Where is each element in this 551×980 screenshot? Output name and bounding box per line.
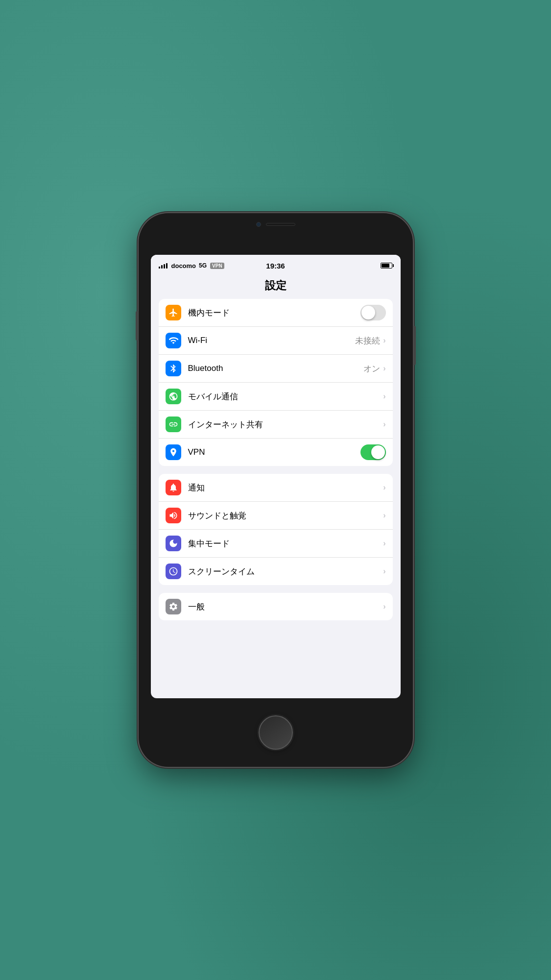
focus-chevron: › — [383, 539, 385, 548]
general-icon — [166, 599, 181, 614]
mobile-data-chevron: › — [383, 392, 385, 401]
sounds-label: サウンドと触覚 — [188, 510, 383, 521]
wifi-value: 未接続 — [355, 335, 380, 346]
status-right — [314, 263, 392, 269]
general-chevron: › — [383, 602, 385, 611]
front-camera — [256, 222, 261, 227]
wifi-icon — [166, 333, 181, 348]
list-item[interactable]: モバイル通信 › — [159, 383, 393, 411]
mobile-data-label: モバイル通信 — [188, 391, 383, 402]
battery-fill — [382, 264, 389, 268]
hotspot-icon — [166, 416, 181, 432]
list-item[interactable]: Wi-Fi 未接続 › — [159, 327, 393, 355]
focus-icon — [166, 536, 181, 551]
list-item[interactable]: 一般 › — [159, 593, 393, 620]
hotspot-chevron: › — [383, 420, 385, 429]
list-item[interactable]: 機内モード — [159, 299, 393, 327]
toggle-knob — [371, 445, 385, 459]
signal-bar-3 — [164, 264, 165, 269]
focus-label: 集中モード — [188, 538, 383, 549]
top-hardware — [256, 222, 295, 227]
home-button-area — [259, 698, 293, 767]
airplane-mode-label: 機内モード — [188, 307, 360, 318]
signal-bars — [159, 263, 168, 269]
list-item[interactable]: 集中モード › — [159, 530, 393, 558]
list-item[interactable]: スクリーンタイム › — [159, 558, 393, 585]
bluetooth-value: オン — [363, 363, 380, 374]
general-label: 一般 — [188, 601, 383, 612]
vpn-icon — [166, 444, 181, 460]
wifi-chevron: › — [383, 336, 385, 345]
settings-list: 機内モード Wi-Fi 未接続 › — [151, 299, 401, 697]
notifications-icon — [166, 480, 181, 495]
vpn-badge: VPN — [210, 263, 224, 269]
hotspot-label: インターネット共有 — [188, 419, 383, 430]
signal-bar-4 — [166, 263, 168, 269]
status-left: docomo 5G VPN — [159, 262, 237, 270]
settings-group-general: 一般 › — [159, 593, 393, 620]
signal-bar-1 — [159, 267, 160, 269]
bluetooth-chevron: › — [383, 364, 385, 373]
list-item[interactable]: 通知 › — [159, 474, 393, 502]
speaker-grille — [266, 223, 295, 226]
network-badge: 5G — [199, 262, 207, 269]
sounds-chevron: › — [383, 511, 385, 520]
battery-icon — [381, 263, 392, 269]
list-item[interactable]: インターネット共有 › — [159, 411, 393, 439]
settings-group-connectivity: 機内モード Wi-Fi 未接続 › — [159, 299, 393, 466]
wifi-label: Wi-Fi — [188, 336, 356, 345]
home-button[interactable] — [259, 715, 293, 750]
notifications-chevron: › — [383, 483, 385, 492]
toggle-knob — [361, 306, 375, 319]
vpn-toggle[interactable] — [360, 444, 386, 460]
screen-time-icon — [166, 564, 181, 579]
bluetooth-icon — [166, 361, 181, 376]
status-time: 19:36 — [237, 262, 314, 270]
signal-bar-2 — [161, 265, 163, 269]
airplane-mode-toggle[interactable] — [360, 305, 386, 320]
phone-screen: docomo 5G VPN 19:36 設定 — [151, 255, 401, 698]
vpn-label: VPN — [188, 447, 360, 457]
bluetooth-label: Bluetooth — [188, 364, 364, 373]
mobile-data-icon — [166, 389, 181, 404]
screen-time-label: スクリーンタイム — [188, 566, 383, 577]
sounds-icon — [166, 508, 181, 523]
list-item[interactable]: Bluetooth オン › — [159, 355, 393, 383]
screen-time-chevron: › — [383, 567, 385, 576]
page-title: 設定 — [151, 276, 401, 299]
list-item[interactable]: サウンドと触覚 › — [159, 502, 393, 530]
settings-group-notifications: 通知 › サウンドと触覚 › — [159, 474, 393, 585]
status-bar: docomo 5G VPN 19:36 — [151, 255, 401, 276]
airplane-mode-icon — [166, 305, 181, 320]
notifications-label: 通知 — [188, 482, 383, 493]
phone-frame: docomo 5G VPN 19:36 設定 — [139, 213, 413, 767]
carrier-label: docomo — [171, 262, 196, 270]
list-item[interactable]: VPN — [159, 439, 393, 466]
